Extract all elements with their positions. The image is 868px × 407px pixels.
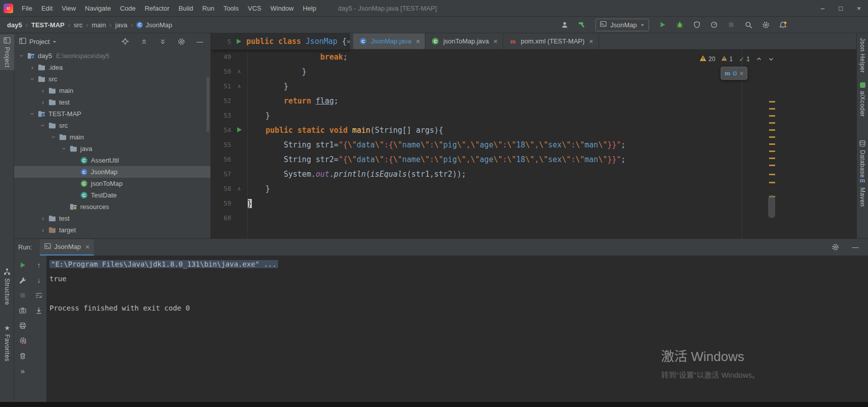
run-settings-button[interactable] <box>17 274 29 286</box>
menu-item-file[interactable]: File <box>17 3 37 14</box>
close-tab-icon[interactable]: × <box>416 37 420 45</box>
tree-row-day5[interactable]: ›day5E:\workspace\day5 <box>14 50 210 62</box>
tree-chevron-icon[interactable]: › <box>38 226 47 234</box>
menu-item-view[interactable]: View <box>57 3 80 14</box>
tree-row-test-map[interactable]: ›TEST-MAP <box>14 108 210 120</box>
prev-problem-button[interactable] <box>756 56 762 62</box>
menu-item-window[interactable]: Window <box>266 3 298 14</box>
debug-button[interactable] <box>674 19 685 30</box>
panel-settings-button[interactable] <box>176 36 187 47</box>
run-with-coverage-button[interactable] <box>691 19 702 30</box>
clear-all-button[interactable] <box>17 350 29 362</box>
tree-row-main[interactable]: ›main <box>14 131 210 143</box>
tool-strip-item-json-helper[interactable]: Json Helper <box>857 35 868 76</box>
menu-item-vcs[interactable]: VCS <box>243 3 266 14</box>
breadcrumb-item-test-map[interactable]: TEST-MAP <box>31 21 65 29</box>
menu-item-run[interactable]: Run <box>198 3 219 14</box>
tree-row-resources[interactable]: resources <box>14 201 210 213</box>
stripe-warning-mark[interactable] <box>769 136 775 138</box>
collapse-all-button[interactable] <box>138 36 149 47</box>
tree-chevron-icon[interactable]: › <box>38 98 47 106</box>
close-tab-icon[interactable]: × <box>494 37 498 45</box>
tree-row-.idea[interactable]: ›.idea <box>14 62 210 73</box>
tree-row-jsonmap[interactable]: CJsonMap <box>14 166 210 178</box>
tree-chevron-icon[interactable]: › <box>29 110 36 119</box>
menu-item-code[interactable]: Code <box>116 3 140 14</box>
breadcrumb-item-java[interactable]: java <box>115 21 127 29</box>
stripe-warning-mark[interactable] <box>769 122 775 124</box>
fold-icon[interactable]: ∧ <box>237 186 241 191</box>
down-stack-trace-button[interactable]: ↓ <box>33 274 45 286</box>
tree-row-assertutil[interactable]: CAssertUtil <box>14 155 210 166</box>
tree-chevron-icon[interactable]: › <box>18 52 26 61</box>
stripe-warning-mark[interactable] <box>769 101 775 103</box>
inspections-widget[interactable]: 20 1 ✓ 1 <box>699 54 774 65</box>
menu-item-refactor[interactable]: Refactor <box>140 3 174 14</box>
stop-button[interactable] <box>17 289 29 301</box>
fold-icon[interactable]: ∧ <box>237 83 241 89</box>
expand-all-button[interactable] <box>157 36 168 47</box>
tree-chevron-icon[interactable]: › <box>29 75 36 84</box>
tree-chevron-icon[interactable]: › <box>50 133 58 142</box>
tool-strip-item-project[interactable]: Project <box>0 34 14 70</box>
stripe-warning-mark[interactable] <box>769 182 775 183</box>
console-settings-button[interactable] <box>17 335 29 346</box>
menu-item-tools[interactable]: Tools <box>219 3 243 14</box>
run-config-selector[interactable]: JsonMap <box>595 19 649 31</box>
stripe-warning-mark[interactable] <box>769 115 775 117</box>
tree-chevron-icon[interactable]: › <box>61 144 68 154</box>
maximize-button[interactable]: □ <box>832 0 850 17</box>
scroll-to-end-button[interactable] <box>33 304 45 316</box>
tree-row-target[interactable]: ›target <box>14 224 210 236</box>
tool-strip-item-aixcoder[interactable]: aiXcoder <box>857 80 868 119</box>
breadcrumb-item-jsonmap[interactable]: CJsonMap <box>136 21 172 29</box>
build-project-button[interactable] <box>576 19 587 30</box>
run-button[interactable] <box>657 19 668 30</box>
maven-reload-widget[interactable]: m × <box>721 67 747 80</box>
settings-button[interactable] <box>760 19 771 30</box>
stop-button[interactable] <box>726 19 737 30</box>
up-stack-trace-button[interactable]: ↑ <box>33 259 45 271</box>
select-opened-file-button[interactable] <box>120 36 131 47</box>
tree-row-test[interactable]: ›test <box>14 213 210 224</box>
run-tab[interactable]: JsonMap × <box>40 239 94 256</box>
tool-strip-item-maven[interactable]: mMaven <box>857 174 868 210</box>
tool-strip-item-structure[interactable]: Structure <box>0 266 14 308</box>
run-class-icon[interactable] <box>231 38 246 44</box>
minimize-button[interactable]: – <box>813 0 832 17</box>
tree-chevron-icon[interactable]: › <box>28 64 37 71</box>
stripe-warning-mark[interactable] <box>769 150 775 152</box>
search-everywhere-button[interactable] <box>743 19 754 30</box>
project-tree-scrollbar[interactable] <box>206 77 209 132</box>
console-output[interactable]: "E:\Program Files\Java\jdk1.8.0_131\bin\… <box>46 256 868 407</box>
tree-chevron-icon[interactable]: › <box>38 87 47 94</box>
thread-dump-button[interactable] <box>17 304 29 316</box>
tree-chevron-icon[interactable]: › <box>38 215 47 222</box>
fold-icon[interactable]: ∧ <box>237 69 241 74</box>
code-with-me-button[interactable] <box>559 19 570 30</box>
close-icon[interactable]: × <box>740 70 744 77</box>
close-button[interactable]: × <box>850 0 868 17</box>
breadcrumb-item-src[interactable]: src <box>74 21 82 29</box>
tool-strip-item-favorites[interactable]: ★Favorites <box>0 322 14 364</box>
run-panel-settings-button[interactable] <box>830 241 841 252</box>
rerun-button[interactable] <box>17 259 29 271</box>
stripe-warning-mark[interactable] <box>769 129 775 131</box>
tree-row-jsontomap[interactable]: CjsonToMap <box>14 178 210 189</box>
notifications-button[interactable] <box>777 19 788 30</box>
tree-row-java[interactable]: ›java <box>14 143 210 155</box>
run-line-icon[interactable] <box>236 126 242 135</box>
more-options-button[interactable]: » <box>17 365 29 377</box>
editor-scrollbar-thumb[interactable] <box>768 195 775 218</box>
stripe-warning-mark[interactable] <box>769 143 775 145</box>
stripe-warning-mark[interactable] <box>769 158 775 159</box>
tree-row-src[interactable]: ›src <box>14 73 210 85</box>
project-panel-title[interactable]: Project <box>19 37 57 46</box>
menu-item-help[interactable]: Help <box>298 3 321 14</box>
editor-tab-jsontomap.java[interactable]: CjsonToMap.java× <box>425 33 503 49</box>
profiler-button[interactable] <box>709 19 720 30</box>
tree-row-main[interactable]: ›main <box>14 85 210 96</box>
close-tab-icon[interactable]: × <box>589 37 593 45</box>
editor-tab-jsonmap.java[interactable]: CJsonMap.java× <box>353 33 425 49</box>
hide-panel-button[interactable]: — <box>194 36 205 47</box>
